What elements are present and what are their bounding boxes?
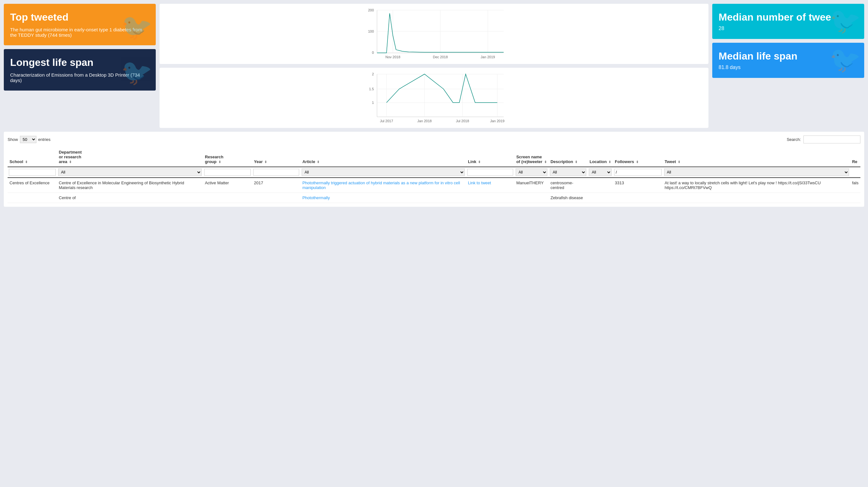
- svg-text:200: 200: [368, 8, 374, 12]
- table-row: Centre of Photothermally Zebrafish disea…: [8, 193, 860, 203]
- svg-text:1: 1: [372, 101, 374, 104]
- filter-location[interactable]: All: [589, 169, 612, 176]
- filter-description[interactable]: All: [550, 169, 587, 176]
- svg-text:1.5: 1.5: [369, 87, 374, 91]
- cell-research-group: Active Matter: [203, 178, 252, 193]
- twitter-icon-3: 🐦: [829, 6, 861, 36]
- twitter-icon-4: 🐦: [829, 45, 861, 75]
- cell-department: Centre of: [57, 193, 203, 203]
- col-location[interactable]: Location ⇕: [588, 147, 613, 167]
- twitter-icon-2: 🐦: [121, 58, 153, 87]
- cell-re-2: [850, 193, 860, 203]
- top-tweeted-card: Top tweeted The human gut microbiome in …: [4, 4, 156, 45]
- tweet-link[interactable]: Link to tweet: [468, 181, 491, 185]
- entries-label: entries: [38, 137, 51, 142]
- filter-tweet[interactable]: All: [664, 169, 849, 176]
- cell-school: [8, 193, 57, 203]
- svg-text:0: 0: [372, 51, 374, 55]
- median-life-card: Median life span 81.8 days 🐦: [712, 43, 864, 78]
- entries-select[interactable]: 50 10 25 100: [20, 136, 36, 143]
- col-department[interactable]: Departmentor researcharea ⇕: [57, 147, 203, 167]
- col-screen-name[interactable]: Screen nameof (re)tweeter ⇕: [515, 147, 549, 167]
- cell-department: Centre of Excellence in Molecular Engine…: [57, 178, 203, 193]
- twitter-icon: 🐦: [121, 12, 153, 42]
- cell-link-2: [466, 193, 515, 203]
- search-input[interactable]: [803, 135, 860, 144]
- cell-screen-name-2: [515, 193, 549, 203]
- show-label: Show: [8, 137, 18, 142]
- cell-school: Centres of Excellence: [8, 178, 57, 193]
- col-article[interactable]: Article ⇕: [301, 147, 466, 167]
- filter-research-group[interactable]: [204, 169, 251, 176]
- col-school[interactable]: School ⇕: [8, 147, 57, 167]
- cell-article: Photothermally: [301, 193, 466, 203]
- svg-text:Jul 2017: Jul 2017: [380, 119, 393, 123]
- cell-year: 2017: [252, 178, 301, 193]
- cell-description-2: Zebrafish disease: [549, 193, 588, 203]
- filter-link[interactable]: [467, 169, 513, 176]
- svg-text:Jan 2019: Jan 2019: [480, 55, 495, 59]
- show-entries-control: Show 50 10 25 100 entries: [8, 136, 51, 143]
- filter-year[interactable]: [253, 169, 299, 176]
- filter-department[interactable]: All: [58, 169, 202, 176]
- svg-text:100: 100: [368, 29, 374, 33]
- col-re[interactable]: Re: [850, 147, 860, 167]
- median-tweets-card: Median number of twee 28 🐦: [712, 4, 864, 39]
- svg-text:2: 2: [372, 72, 374, 76]
- cell-location-2: [588, 193, 613, 203]
- col-link[interactable]: Link ⇕: [466, 147, 515, 167]
- cell-followers-2: [613, 193, 662, 203]
- svg-text:Nov 2018: Nov 2018: [385, 55, 400, 59]
- table-row: Centres of Excellence Centre of Excellen…: [8, 178, 860, 193]
- cell-re: fals: [850, 178, 860, 193]
- filter-article[interactable]: All: [302, 169, 465, 176]
- col-followers[interactable]: Followers ⇕: [613, 147, 662, 167]
- cell-link: Link to tweet: [466, 178, 515, 193]
- search-label: Search:: [787, 137, 801, 142]
- cell-screen-name: ManuelTHERY: [515, 178, 549, 193]
- cell-tweet: At last! a way to locally stretch cells …: [663, 178, 850, 193]
- cell-year: [252, 193, 301, 203]
- svg-text:Dec 2018: Dec 2018: [433, 55, 447, 59]
- col-tweet[interactable]: Tweet ⇕: [663, 147, 850, 167]
- col-year[interactable]: Year ⇕: [252, 147, 301, 167]
- cell-research-group: [203, 193, 252, 203]
- col-research-group[interactable]: Researchgroup ⇕: [203, 147, 252, 167]
- search-box: Search:: [787, 135, 860, 144]
- cell-article: Photothermally triggered actuation of hy…: [301, 178, 466, 193]
- svg-text:Jul 2018: Jul 2018: [456, 119, 469, 123]
- lifespan-chart: 2 1.5 1 Jul 2017 Jan 2018 Jul 2018 Jan 2…: [159, 68, 709, 128]
- article-link[interactable]: Photothermally triggered actuation of hy…: [302, 181, 460, 190]
- data-table: School ⇕ Departmentor researcharea ⇕ Res…: [8, 147, 860, 203]
- cell-description: centrosome-centred: [549, 178, 588, 193]
- data-table-section: Show 50 10 25 100 entries Search: School…: [4, 132, 864, 207]
- cell-tweet-2: [663, 193, 850, 203]
- filter-school[interactable]: [9, 169, 56, 176]
- article-link-2[interactable]: Photothermally: [302, 195, 330, 200]
- svg-text:Jan 2019: Jan 2019: [490, 119, 504, 123]
- cell-location: [588, 178, 613, 193]
- tweet-frequency-chart: 200 100 0 Nov 2018 Dec 2018 Jan 2019: [159, 4, 709, 64]
- filter-followers[interactable]: [614, 169, 661, 176]
- table-controls: Show 50 10 25 100 entries Search:: [8, 135, 860, 144]
- longest-life-card: Longest life span Characterization of Em…: [4, 49, 156, 91]
- svg-text:Jan 2018: Jan 2018: [417, 119, 431, 123]
- filter-screen-name[interactable]: All: [516, 169, 547, 176]
- col-description[interactable]: Description ⇕: [549, 147, 588, 167]
- cell-followers: 3313: [613, 178, 662, 193]
